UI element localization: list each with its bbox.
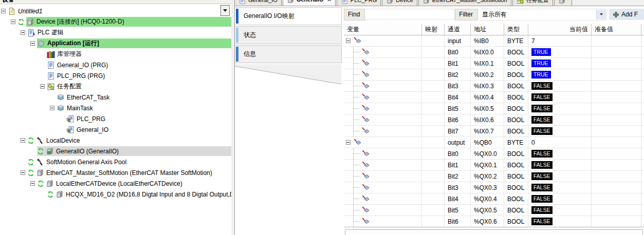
column-header[interactable] xyxy=(641,24,644,35)
tree-item[interactable]: 任务配置 xyxy=(0,81,231,92)
document-tab[interactable]: General_IO xyxy=(234,0,282,6)
tree-connector xyxy=(353,58,361,69)
io-table-row[interactable]: Bit5%QX0.5BOOLFALSE xyxy=(344,205,644,216)
io-table-row[interactable]: Bit3%IX0.3BOOLFALSE xyxy=(344,81,644,92)
prepared-value-cell[interactable] xyxy=(592,35,641,46)
filter-select[interactable]: 显示所有 xyxy=(479,9,606,21)
tree-expander-icon[interactable] xyxy=(30,41,35,46)
codesys-window: 设备 Untitled1Device [连接的] (HCQ0-1200-D)PL… xyxy=(0,0,644,235)
prepared-value-cell[interactable] xyxy=(592,114,641,125)
prepared-value-cell[interactable] xyxy=(592,205,641,216)
io-table-row[interactable]: Bit4%QX0.4BOOLFALSE xyxy=(344,193,644,205)
type-cell: BYTE xyxy=(504,137,528,148)
document-tab[interactable]: 任务配置 xyxy=(512,0,553,6)
column-header[interactable]: 通道 xyxy=(445,24,471,35)
tree-expander-icon[interactable] xyxy=(1,9,6,13)
channel-cell: Bit6 xyxy=(445,114,471,125)
io-table-row[interactable]: input%IB0BYTE7 xyxy=(344,35,644,47)
chevron-down-icon[interactable] xyxy=(596,10,606,19)
prepared-value-cell[interactable] xyxy=(592,182,641,193)
io-table-row[interactable]: Bit0%QX0.0BOOLFALSE xyxy=(344,148,644,160)
io-table-row[interactable]: Bit7%IX0.7BOOLFALSE xyxy=(344,126,644,137)
io-table-row[interactable]: Bit2%IX0.2BOOLTRUE xyxy=(344,69,644,81)
tree-item[interactable]: Untitled1 xyxy=(0,6,231,16)
io-table-row[interactable]: Bit4%IX0.4BOOLFALSE xyxy=(344,92,644,103)
prepared-value-cell[interactable] xyxy=(592,216,641,227)
variable-cell xyxy=(344,47,422,57)
tree-item[interactable]: PLC_PRG (PRG) xyxy=(0,70,231,81)
prepared-value-cell[interactable] xyxy=(592,81,641,91)
row-expander-icon[interactable] xyxy=(346,38,351,43)
local-device-icon xyxy=(36,136,44,145)
prepared-value-cell[interactable] xyxy=(592,92,641,103)
prepared-value-cell[interactable] xyxy=(592,193,641,204)
tree-expander-icon[interactable] xyxy=(11,19,15,24)
editor-side-tab[interactable]: 信息 xyxy=(235,45,342,63)
add-fb-button[interactable]: Add F xyxy=(609,9,644,20)
prepared-value-cell[interactable] xyxy=(592,103,641,114)
devices-panel-title-label: 设备 xyxy=(0,0,231,4)
prepared-value-cell[interactable] xyxy=(592,126,641,136)
prepared-value-cell[interactable] xyxy=(592,171,641,182)
value-badge: FALSE xyxy=(531,127,553,135)
prepared-value-cell[interactable] xyxy=(592,137,641,148)
tree-item[interactable]: EtherCAT_Task xyxy=(0,92,231,103)
column-header[interactable]: 当前值 xyxy=(528,24,592,35)
io-table-row[interactable]: Bit5%IX0.5BOOLFALSE xyxy=(344,103,644,114)
document-tab[interactable]: PLC_PRG xyxy=(337,0,381,6)
tree-item[interactable]: PLC_PRG xyxy=(0,113,231,124)
io-table-row[interactable]: Bit2%QX0.2BOOLFALSE xyxy=(344,171,644,182)
general-device-icon xyxy=(46,147,54,155)
editor-side-tab[interactable]: GeneralIO I/O映射 xyxy=(235,7,342,25)
io-table-row[interactable]: Bit1%QX0.1BOOLFALSE xyxy=(344,160,644,171)
io-table-row[interactable]: Bit1%IX0.1BOOLTRUE xyxy=(344,58,644,69)
column-header[interactable]: 类型 xyxy=(504,24,528,35)
tree-expander-icon[interactable] xyxy=(30,181,35,186)
mapping-cell xyxy=(422,160,445,170)
document-tab[interactable] xyxy=(554,0,572,6)
tree-expander-icon[interactable] xyxy=(50,106,54,110)
var-input-icon xyxy=(362,48,370,56)
io-table-row[interactable]: Bit6%IX0.6BOOLFALSE xyxy=(344,114,644,126)
tree-item[interactable]: General_IO xyxy=(0,124,231,135)
io-table-row[interactable]: Bit6%QX0.6BOOLFALSE xyxy=(344,216,644,227)
find-input[interactable] xyxy=(365,9,455,20)
document-tab[interactable]: Device xyxy=(382,0,417,6)
io-table-row[interactable]: Bit3%QX0.3BOOLFALSE xyxy=(344,182,644,193)
prepared-value-cell[interactable] xyxy=(592,148,641,159)
column-header[interactable]: 变量 xyxy=(344,24,422,35)
tree-expander-icon[interactable] xyxy=(40,84,45,89)
tree-item[interactable]: 库管理器 xyxy=(0,49,231,60)
tree-item[interactable]: Device [连接的] (HCQ0-1200-D) xyxy=(0,16,231,27)
tree-item[interactable]: LocalEtherCATDevice (LocalEtherCATDevice… xyxy=(0,178,231,189)
tree-expander-icon[interactable] xyxy=(21,138,25,143)
prepared-value-cell[interactable] xyxy=(592,47,641,57)
io-table-row[interactable]: Bit0%IX0.0BOOLTRUE xyxy=(344,47,644,58)
tree-item[interactable]: SoftMotion General Axis Pool xyxy=(0,156,231,167)
editor-side-tab[interactable]: 状态 xyxy=(235,26,342,44)
column-header[interactable]: 地址 xyxy=(471,24,504,35)
tree-item[interactable]: EtherCAT_Master_SoftMotion (EtherCAT Mas… xyxy=(0,167,231,178)
document-tab[interactable]: GeneralIO✕ xyxy=(283,0,336,6)
prepared-value-cell[interactable] xyxy=(592,69,641,80)
tree-item[interactable]: PLC 逻辑 xyxy=(0,27,231,38)
close-icon[interactable]: ✕ xyxy=(327,0,331,3)
tree-expander-icon[interactable] xyxy=(21,170,25,175)
row-expander-icon[interactable] xyxy=(346,140,351,145)
io-table-row[interactable]: output%QB0BYTE0 xyxy=(344,137,644,148)
tree-item[interactable]: HCQX_MD16_D2 (MD16,8 Digtal Input and 8 … xyxy=(0,189,231,200)
column-header[interactable]: 映射 xyxy=(422,24,445,35)
tree-item[interactable]: LocalDevice xyxy=(0,135,231,146)
tree-item[interactable]: GeneralIO (GeneralIO) xyxy=(0,146,231,156)
document-tab[interactable]: EtherCAT_Master_SoftMotion xyxy=(418,0,511,6)
tree-item[interactable]: General_IO (PRG) xyxy=(0,60,231,70)
device-icon xyxy=(26,18,34,26)
tree-item[interactable]: MainTask xyxy=(0,103,231,113)
tree-item[interactable]: Application [运行] xyxy=(0,38,231,49)
value-badge: FALSE xyxy=(531,93,553,101)
project-dropdown-button[interactable] xyxy=(220,5,230,16)
prepared-value-cell[interactable] xyxy=(592,160,641,170)
prepared-value-cell[interactable] xyxy=(592,58,641,69)
column-header[interactable]: 准备值 xyxy=(592,24,641,35)
tree-expander-icon[interactable] xyxy=(21,30,25,35)
